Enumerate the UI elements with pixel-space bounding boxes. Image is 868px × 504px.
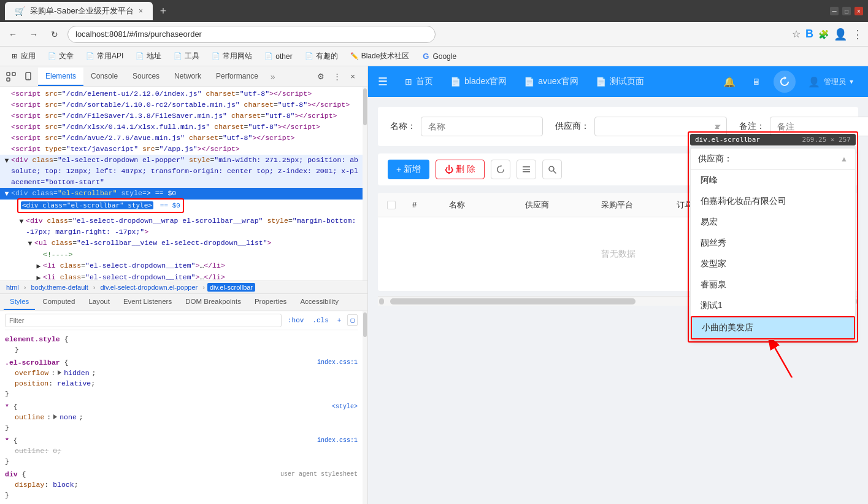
refresh-table-button[interactable] bbox=[491, 160, 510, 179]
dropdown-item-ruiliquan[interactable]: 睿丽泉 bbox=[691, 274, 855, 295]
active-tab[interactable]: 🛒 采购单-Saber企业级开发平台 × bbox=[5, 2, 153, 20]
extensions-button[interactable]: 🧩 bbox=[818, 29, 829, 39]
extension-icon-1[interactable]: B bbox=[805, 28, 813, 41]
tab-layout[interactable]: Layout bbox=[82, 294, 116, 310]
styles-scrollbar-thumb[interactable] bbox=[363, 312, 367, 337]
code-line-6[interactable]: <script type="text/javascript" src="/app… bbox=[0, 144, 363, 155]
refresh-button[interactable]: ↻ bbox=[47, 26, 63, 42]
toggle-el-scrollbar[interactable]: ▼ bbox=[2, 188, 11, 200]
hamburger-menu-button[interactable]: ☰ bbox=[378, 75, 388, 88]
code-line-2[interactable]: <script src="/cdn/sortable/1.10.0-rc2/so… bbox=[0, 99, 363, 110]
maximize-button[interactable]: □ bbox=[842, 7, 851, 15]
code-line-comment[interactable]: <!----> bbox=[0, 249, 363, 260]
styles-panel[interactable]: :hov .cls + ▢ element.style { } .el-scro… bbox=[0, 311, 363, 505]
css-source-index[interactable]: index.css:1 bbox=[317, 435, 358, 446]
monitor-button[interactable]: 🖥 bbox=[747, 72, 766, 91]
cls-button[interactable]: .cls bbox=[310, 316, 331, 325]
dropdown-item-bojiali[interactable]: 伯嘉莉化妆品有限公司 bbox=[691, 191, 855, 212]
table-header-checkbox[interactable] bbox=[378, 201, 405, 209]
toggle-li-1[interactable]: ▶ bbox=[34, 261, 43, 272]
bookmark-interesting[interactable]: 📄 有趣的 bbox=[300, 49, 343, 63]
forward-button[interactable]: → bbox=[26, 26, 42, 42]
element-picker-button[interactable] bbox=[4, 69, 18, 84]
tab-network[interactable]: Network bbox=[167, 68, 209, 86]
css-source-scrollbar[interactable]: index.css:1 bbox=[317, 357, 358, 368]
breadcrumb-el-scrollbar[interactable]: div.el-scrollbar bbox=[207, 283, 255, 292]
minimize-button[interactable]: ─ bbox=[830, 7, 839, 15]
dropdown-item-faxing[interactable]: 发型家 bbox=[691, 254, 855, 274]
toggle-8[interactable]: ▼ bbox=[26, 238, 34, 249]
code-line-li-1[interactable]: ▶ <li class="el-select-dropdown__item">…… bbox=[0, 260, 363, 272]
address-input[interactable] bbox=[67, 26, 436, 43]
more-tabs-button[interactable]: » bbox=[266, 72, 280, 82]
dropdown-item-liangsi[interactable]: 靓丝秀 bbox=[691, 233, 855, 254]
hover-state-button[interactable]: :hov bbox=[285, 316, 306, 325]
triangle-overflow[interactable] bbox=[58, 370, 61, 375]
tab-properties[interactable]: Properties bbox=[248, 294, 293, 310]
select-all-checkbox[interactable] bbox=[387, 201, 396, 209]
horizontal-scroll-thumb[interactable] bbox=[390, 298, 636, 304]
dropdown-item-xiaoqu[interactable]: 小曲的美发店 bbox=[692, 317, 854, 338]
bookmark-api[interactable]: 📄 常用API bbox=[81, 49, 128, 63]
code-line-4[interactable]: <script src="/cdn/xlsx/0.14.1/xlsx.full.… bbox=[0, 122, 363, 133]
breadcrumb-html[interactable]: html bbox=[4, 283, 21, 292]
dropdown-item-test1[interactable]: 测试1 bbox=[691, 295, 855, 316]
dropdown-item-afeng[interactable]: 阿峰 bbox=[691, 170, 855, 191]
bookmark-apps[interactable]: ⊞ 应用 bbox=[5, 49, 40, 63]
code-line-dropdown[interactable]: ▼ <div class="el-select-dropdown el-popp… bbox=[0, 155, 363, 188]
devtools-more-button[interactable]: ⋮ bbox=[329, 69, 344, 84]
nav-home[interactable]: ⊞ 首页 bbox=[398, 72, 440, 91]
toggle-li-2[interactable]: ▶ bbox=[34, 273, 43, 281]
tab-elements[interactable]: Elements bbox=[38, 68, 83, 86]
bookmark-blade[interactable]: ✏️ Blade技术社区 bbox=[345, 49, 415, 63]
user-account-icon[interactable]: 👤 bbox=[834, 28, 847, 41]
css-source-star[interactable]: <style> bbox=[332, 401, 358, 412]
code-line-li-2[interactable]: ▶ <li class="el-select-dropdown__item">…… bbox=[0, 272, 363, 281]
tab-performance[interactable]: Performance bbox=[209, 68, 266, 86]
nav-bladex[interactable]: 📄 bladex官网 bbox=[443, 72, 514, 91]
back-button[interactable]: ← bbox=[5, 26, 21, 42]
tab-console[interactable]: Console bbox=[83, 68, 125, 86]
name-input[interactable] bbox=[421, 117, 543, 136]
tab-close-button[interactable]: × bbox=[139, 7, 143, 15]
triangle-outline[interactable] bbox=[53, 414, 57, 419]
bookmark-dizhi[interactable]: 📄 地址 bbox=[131, 49, 166, 63]
code-line-8[interactable]: ▼ <ul class="el-scrollbar__view el-selec… bbox=[0, 238, 363, 249]
refresh-cache-button[interactable] bbox=[774, 71, 796, 93]
bookmark-websites[interactable]: 📄 常用网站 bbox=[207, 49, 257, 63]
dropdown-item-yihong[interactable]: 易宏 bbox=[691, 212, 855, 233]
tab-sources[interactable]: Sources bbox=[125, 68, 167, 86]
bookmark-other[interactable]: 📄 other bbox=[259, 50, 297, 63]
breadcrumb-el-select[interactable]: div.el-select-dropdown.el-popper bbox=[98, 283, 200, 292]
styles-filter-input[interactable] bbox=[5, 314, 282, 327]
tab-styles[interactable]: Styles bbox=[4, 294, 35, 310]
breadcrumb-body[interactable]: body.theme-default bbox=[28, 283, 90, 292]
mobile-view-button[interactable] bbox=[21, 69, 36, 84]
code-line-3[interactable]: <script src="/cdn/FileSaver/1.3.8/FileSa… bbox=[0, 110, 363, 122]
user-info[interactable]: 👤 管理员 ▾ bbox=[803, 74, 858, 90]
delete-button[interactable]: ⏻ 删 除 bbox=[436, 160, 485, 179]
devtools-settings-button[interactable]: ⚙ bbox=[313, 69, 328, 84]
dropdown-collapse-arrow[interactable]: ▲ bbox=[840, 155, 848, 163]
toggle-7[interactable]: ▼ bbox=[17, 216, 26, 227]
toggle-sidebar-button[interactable]: ▢ bbox=[347, 314, 358, 326]
code-line-1[interactable]: <script src="/cdn/element-ui/2.12.0/inde… bbox=[0, 88, 363, 99]
code-line-5[interactable]: <script src="/cdn/avue/2.7.6/avue.min.js… bbox=[0, 133, 363, 144]
notification-button[interactable]: 🔔 bbox=[720, 72, 739, 91]
nav-avuex[interactable]: 📄 avuex官网 bbox=[517, 72, 585, 91]
more-menu-button[interactable]: ⋮ bbox=[852, 28, 863, 41]
search-toolbar-button[interactable] bbox=[542, 160, 562, 179]
tab-accessibility[interactable]: Accessibility bbox=[294, 294, 345, 310]
nav-test[interactable]: 📄 测试页面 bbox=[588, 72, 651, 91]
tab-dom-breakpoints[interactable]: DOM Breakpoints bbox=[179, 294, 247, 310]
scrollbar-thumb[interactable] bbox=[363, 88, 367, 125]
column-settings-button[interactable] bbox=[517, 160, 536, 179]
new-tab-button[interactable]: + bbox=[155, 3, 171, 19]
html-view-scrollbar[interactable] bbox=[363, 87, 367, 281]
toggle-dropdown[interactable]: ▼ bbox=[2, 155, 11, 166]
styles-panel-scrollbar[interactable] bbox=[363, 311, 367, 505]
tab-event-listeners[interactable]: Event Listeners bbox=[117, 294, 178, 310]
devtools-close-button[interactable]: × bbox=[345, 69, 360, 84]
bookmark-star-icon[interactable]: ☆ bbox=[792, 28, 801, 40]
add-rule-button[interactable]: + bbox=[335, 316, 344, 325]
